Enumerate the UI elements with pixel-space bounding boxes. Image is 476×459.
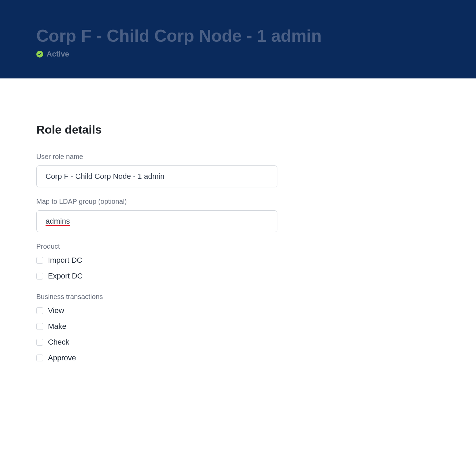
- transactions-group: Business transactions View Make Check Ap…: [36, 293, 440, 362]
- product-item: Export DC: [36, 272, 440, 281]
- transaction-checkbox-make[interactable]: [36, 323, 43, 330]
- product-group-label: Product: [36, 243, 440, 250]
- transaction-checkbox-label[interactable]: Check: [48, 338, 69, 347]
- product-item: Import DC: [36, 256, 440, 265]
- page-header: Corp F - Child Corp Node - 1 admin Activ…: [0, 0, 476, 78]
- product-group: Product Import DC Export DC: [36, 243, 440, 281]
- transaction-checkbox-label[interactable]: Make: [48, 322, 66, 331]
- page-title: Corp F - Child Corp Node - 1 admin: [36, 27, 440, 46]
- role-name-label: User role name: [36, 153, 440, 161]
- role-name-field: User role name: [36, 153, 440, 187]
- transaction-item: Approve: [36, 353, 440, 362]
- transaction-checkbox-label[interactable]: Approve: [48, 353, 76, 362]
- product-checkbox-export-dc[interactable]: [36, 273, 43, 280]
- content-area: Role details User role name Map to LDAP …: [0, 78, 476, 395]
- ldap-input[interactable]: admins: [36, 210, 277, 232]
- product-checkbox-label[interactable]: Import DC: [48, 256, 82, 265]
- transaction-item: Check: [36, 338, 440, 347]
- ldap-label: Map to LDAP group (optional): [36, 198, 440, 206]
- product-checkbox-label[interactable]: Export DC: [48, 272, 83, 281]
- transaction-checkbox-check[interactable]: [36, 339, 43, 346]
- check-circle-icon: [36, 51, 43, 58]
- transaction-item: View: [36, 306, 440, 315]
- transactions-group-label: Business transactions: [36, 293, 440, 301]
- transaction-checkbox-approve[interactable]: [36, 355, 43, 361]
- status-text: Active: [47, 50, 69, 59]
- transaction-item: Make: [36, 322, 440, 331]
- ldap-field: Map to LDAP group (optional) admins: [36, 198, 440, 232]
- section-title: Role details: [36, 123, 440, 136]
- role-name-input[interactable]: [36, 165, 277, 187]
- transaction-checkbox-view[interactable]: [36, 307, 43, 314]
- product-checkbox-import-dc[interactable]: [36, 257, 43, 264]
- transaction-checkbox-label[interactable]: View: [48, 306, 64, 315]
- status-row: Active: [36, 50, 440, 59]
